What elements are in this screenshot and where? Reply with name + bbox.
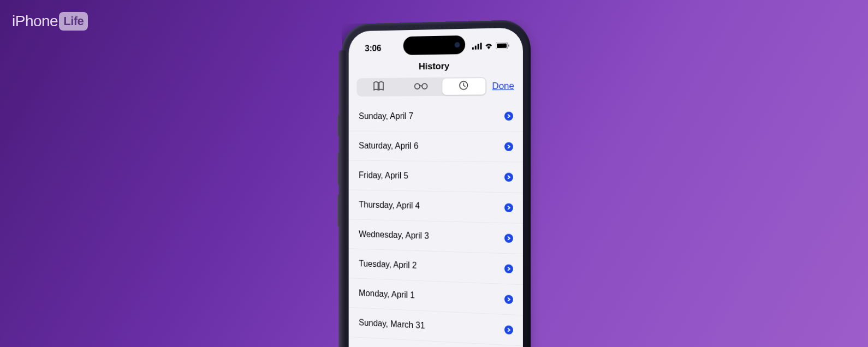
svg-point-7: [414, 83, 420, 89]
history-day-row[interactable]: Sunday, April 7: [349, 101, 523, 131]
history-day-label: Sunday, April 7: [359, 111, 413, 121]
svg-rect-3: [480, 43, 482, 49]
wifi-icon: [484, 41, 493, 52]
tab-history[interactable]: [442, 78, 486, 95]
history-day-row[interactable]: Saturday, April 6: [349, 131, 523, 163]
chevron-right-icon: [504, 203, 513, 212]
logo-badge: Life: [59, 12, 88, 31]
brand-logo: iPhone Life: [12, 12, 88, 31]
chevron-right-icon: [504, 295, 513, 304]
chevron-right-icon: [504, 112, 513, 121]
history-day-label: Wednesday, April 3: [359, 229, 429, 241]
history-day-label: Sunday, March 31: [359, 318, 425, 331]
chevron-right-icon: [504, 173, 513, 182]
chevron-right-icon: [504, 142, 513, 151]
history-day-row[interactable]: Friday, April 5: [349, 160, 523, 193]
status-time: 3:06: [365, 44, 381, 53]
phone-mockup: 3:06 History: [342, 20, 531, 347]
history-day-label: Monday, April 1: [359, 288, 415, 300]
logo-text: iPhone: [12, 13, 58, 30]
tab-bookmarks[interactable]: [358, 79, 400, 95]
battery-icon: [496, 41, 510, 51]
volume-down-button: [337, 194, 340, 227]
glasses-icon: [414, 82, 427, 92]
history-day-label: Thursday, April 4: [359, 200, 420, 211]
tab-segmented-control: [356, 77, 486, 97]
history-list: Sunday, April 7 Saturday, April 6 Friday…: [349, 101, 523, 346]
mute-switch: [337, 115, 340, 136]
status-bar: 3:06: [349, 27, 523, 58]
svg-point-8: [422, 83, 427, 89]
history-day-label: Tuesday, April 2: [359, 259, 417, 270]
svg-rect-6: [508, 45, 509, 47]
tab-reading-list[interactable]: [400, 79, 442, 95]
history-day-row[interactable]: Wednesday, April 3: [349, 219, 523, 254]
clock-icon: [459, 80, 469, 92]
chevron-right-icon: [504, 325, 513, 334]
history-day-label: Friday, April 5: [359, 170, 408, 181]
history-day-row[interactable]: Thursday, April 4: [349, 190, 523, 224]
chevron-right-icon: [504, 264, 513, 273]
done-button[interactable]: Done: [492, 81, 514, 92]
svg-rect-5: [497, 44, 507, 48]
chevron-right-icon: [504, 234, 513, 243]
volume-up-button: [337, 152, 340, 184]
svg-rect-0: [472, 47, 474, 50]
